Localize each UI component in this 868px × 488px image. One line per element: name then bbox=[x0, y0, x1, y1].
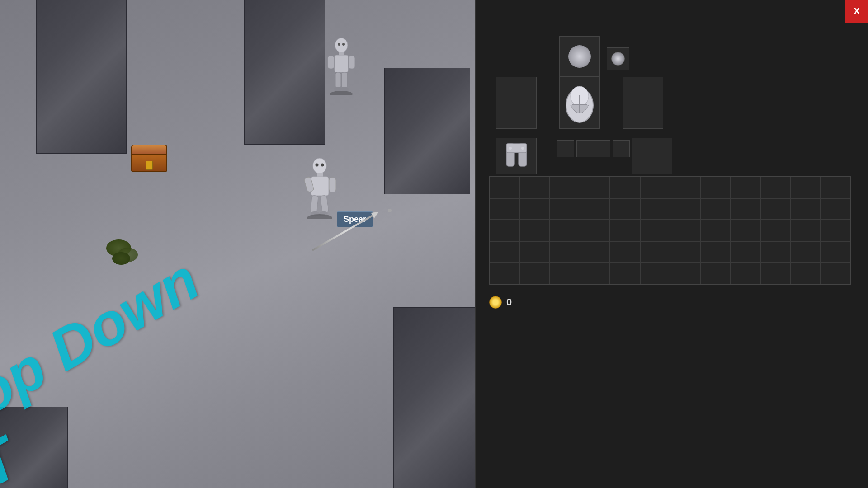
svg-point-32 bbox=[521, 147, 524, 150]
inv-cell[interactable] bbox=[670, 241, 700, 263]
inv-cell[interactable] bbox=[760, 220, 791, 241]
inv-cell[interactable] bbox=[730, 220, 760, 241]
inv-cell[interactable] bbox=[550, 198, 580, 220]
inv-cell[interactable] bbox=[821, 220, 851, 241]
equip-slot-helmet[interactable] bbox=[559, 36, 600, 77]
inv-cell[interactable] bbox=[640, 263, 670, 284]
inv-cell[interactable] bbox=[640, 241, 670, 263]
close-button[interactable]: X bbox=[845, 0, 868, 23]
svg-point-22 bbox=[321, 164, 324, 167]
inv-cell[interactable] bbox=[821, 177, 851, 198]
helmet-item bbox=[568, 45, 591, 68]
inventory-grid bbox=[489, 176, 851, 285]
equip-slot-acc3[interactable] bbox=[613, 140, 630, 157]
equip-slot-chest[interactable] bbox=[559, 77, 600, 129]
inv-cell[interactable] bbox=[700, 198, 731, 220]
inv-cell[interactable] bbox=[760, 198, 791, 220]
inv-cell[interactable] bbox=[610, 220, 640, 241]
inv-cell[interactable] bbox=[520, 220, 550, 241]
inv-cell[interactable] bbox=[790, 220, 821, 241]
right-panel: X bbox=[475, 0, 868, 488]
inv-cell[interactable] bbox=[550, 263, 580, 284]
inv-cell[interactable] bbox=[550, 241, 580, 263]
inv-cell[interactable] bbox=[790, 241, 821, 263]
inv-cell[interactable] bbox=[580, 263, 610, 284]
inv-cell[interactable] bbox=[550, 177, 580, 198]
equip-slot-left-hand[interactable] bbox=[496, 77, 537, 129]
svg-rect-4 bbox=[349, 56, 355, 69]
inv-cell[interactable] bbox=[610, 241, 640, 263]
inv-cell[interactable] bbox=[821, 198, 851, 220]
inv-cell[interactable] bbox=[821, 241, 851, 263]
gold-coin-icon bbox=[489, 296, 502, 309]
block-right bbox=[384, 68, 470, 194]
amulet-item bbox=[611, 52, 625, 66]
small-dot bbox=[388, 209, 392, 212]
currency-row: 0 bbox=[489, 296, 512, 309]
equip-slot-amulet[interactable] bbox=[607, 47, 629, 70]
inv-cell[interactable] bbox=[700, 241, 731, 263]
inv-cell[interactable] bbox=[490, 263, 520, 284]
character-player bbox=[303, 156, 337, 219]
svg-rect-14 bbox=[311, 177, 329, 196]
inv-cell[interactable] bbox=[490, 177, 520, 198]
svg-point-8 bbox=[340, 87, 349, 91]
inv-cell[interactable] bbox=[520, 177, 550, 198]
inv-cell[interactable] bbox=[670, 198, 700, 220]
inv-cell[interactable] bbox=[490, 220, 520, 241]
legs-item bbox=[502, 141, 531, 171]
equip-slot-acc1[interactable] bbox=[557, 140, 574, 157]
inv-cell[interactable] bbox=[610, 263, 640, 284]
inv-cell[interactable] bbox=[670, 263, 700, 284]
treasure-chest[interactable] bbox=[131, 145, 167, 172]
svg-point-0 bbox=[335, 38, 348, 52]
inv-cell[interactable] bbox=[760, 263, 791, 284]
svg-point-23 bbox=[307, 214, 332, 219]
inv-cell[interactable] bbox=[700, 177, 731, 198]
equip-slot-acc4[interactable] bbox=[632, 138, 672, 174]
svg-rect-17 bbox=[311, 195, 318, 213]
inv-cell[interactable] bbox=[520, 263, 550, 284]
block-top-center bbox=[244, 0, 326, 145]
equip-slot-right-hand[interactable] bbox=[623, 77, 663, 129]
svg-rect-6 bbox=[342, 72, 347, 88]
inv-cell[interactable] bbox=[730, 241, 760, 263]
inv-cell[interactable] bbox=[580, 220, 610, 241]
inv-cell[interactable] bbox=[790, 198, 821, 220]
equip-slot-acc2[interactable] bbox=[576, 140, 610, 157]
svg-point-9 bbox=[338, 43, 340, 46]
game-viewport[interactable]: Spear Top Down T bbox=[0, 0, 475, 488]
inv-cell[interactable] bbox=[490, 198, 520, 220]
svg-rect-2 bbox=[335, 55, 348, 72]
inv-cell[interactable] bbox=[550, 220, 580, 241]
inv-cell[interactable] bbox=[670, 177, 700, 198]
equip-slot-legs[interactable] bbox=[496, 138, 537, 174]
inv-cell[interactable] bbox=[580, 177, 610, 198]
inv-cell[interactable] bbox=[490, 241, 520, 263]
inv-cell[interactable] bbox=[790, 263, 821, 284]
svg-rect-16 bbox=[329, 178, 336, 192]
chest-armor-item bbox=[564, 83, 595, 123]
inv-cell[interactable] bbox=[640, 198, 670, 220]
inv-cell[interactable] bbox=[610, 198, 640, 220]
inv-cell[interactable] bbox=[580, 241, 610, 263]
inv-cell[interactable] bbox=[821, 263, 851, 284]
block-bottom-left bbox=[0, 407, 68, 488]
inv-cell[interactable] bbox=[700, 220, 731, 241]
tooltip-item-name: Spear bbox=[344, 215, 366, 224]
block-top-left bbox=[36, 0, 127, 154]
inv-cell[interactable] bbox=[730, 263, 760, 284]
inv-cell[interactable] bbox=[580, 198, 610, 220]
inv-cell[interactable] bbox=[700, 263, 731, 284]
inv-cell[interactable] bbox=[640, 220, 670, 241]
inv-cell[interactable] bbox=[670, 220, 700, 241]
inv-cell[interactable] bbox=[730, 177, 760, 198]
inv-cell[interactable] bbox=[760, 241, 791, 263]
inv-cell[interactable] bbox=[520, 241, 550, 263]
inv-cell[interactable] bbox=[640, 177, 670, 198]
inv-cell[interactable] bbox=[520, 198, 550, 220]
inv-cell[interactable] bbox=[730, 198, 760, 220]
inv-cell[interactable] bbox=[760, 177, 791, 198]
inv-cell[interactable] bbox=[790, 177, 821, 198]
inv-cell[interactable] bbox=[610, 177, 640, 198]
